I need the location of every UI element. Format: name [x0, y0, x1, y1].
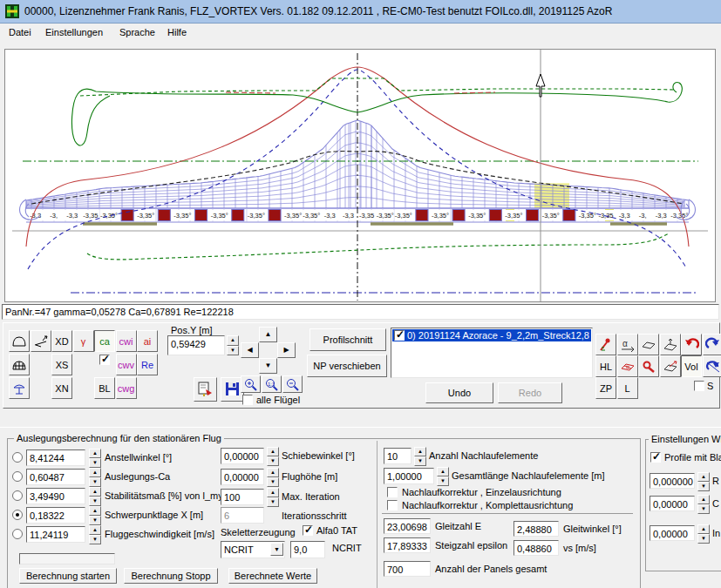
undo-arrow-icon[interactable]: [681, 334, 702, 355]
alpha-arrow-icon[interactable]: α: [617, 334, 638, 355]
widerstand-r-spinner[interactable]: ▲▼: [697, 472, 710, 490]
calculation-progress-bar: [19, 553, 115, 564]
stabilitaetsmass-spinner[interactable]: ▲▼: [89, 487, 101, 504]
button-l[interactable]: L: [617, 377, 638, 399]
wing-top-icon[interactable]: [9, 330, 30, 352]
wing-list-item-checkbox[interactable]: [394, 330, 405, 341]
ncrit-select[interactable]: NCRIT ▼: [221, 541, 285, 558]
max-iteration-input[interactable]: 100: [221, 489, 264, 505]
pos-y-input[interactable]: 0,59429: [167, 335, 225, 355]
radio-stabilitaetsmass[interactable]: [12, 490, 23, 501]
button-ca[interactable]: ca: [94, 330, 115, 352]
ncrit-value-input[interactable]: 9,0: [290, 541, 325, 558]
button-hl[interactable]: HL: [595, 355, 616, 377]
zoom-in-button[interactable]: [241, 375, 261, 393]
alfa0-tat-checkbox[interactable]: [303, 525, 313, 536]
panel-flat-icon[interactable]: [638, 334, 659, 355]
ca-visible-checkbox[interactable]: [99, 355, 110, 365]
button-re[interactable]: Re: [137, 354, 158, 375]
berechnung-starten-button[interactable]: Berechnung starten: [19, 568, 117, 584]
alle-fluegel-checkbox[interactable]: [242, 395, 253, 405]
menu-datei[interactable]: Datei: [9, 27, 31, 37]
button-cwi[interactable]: cwi: [116, 330, 137, 352]
flughoehe-input[interactable]: 0,00000: [221, 469, 264, 485]
button-xd[interactable]: XD: [51, 330, 72, 352]
wing-side-icon[interactable]: [31, 330, 51, 352]
panel-vector-icon[interactable]: [660, 355, 681, 377]
rotate-ccw-icon[interactable]: [703, 355, 721, 377]
radio-anstellwinkel[interactable]: [12, 452, 23, 463]
auslegungs-ca-input[interactable]: 0,60487: [26, 469, 85, 485]
window-title: 00000, Lizenznehmer Frank Ranis, FLZ_VOR…: [24, 5, 612, 17]
wing-list[interactable]: 0) 20191124 Azorace - 9_2,2m_Streck12,8: [391, 328, 593, 378]
widerstand-in-input[interactable]: 0,00000: [650, 525, 695, 541]
schwerpunktlage-input[interactable]: 0,18322: [26, 507, 85, 524]
schiebewinkel-spinner[interactable]: ▲▼: [267, 447, 279, 464]
button-ai[interactable]: ai: [137, 330, 158, 352]
max-iteration-spinner[interactable]: ▲▼: [267, 488, 279, 505]
button-xn[interactable]: XN: [51, 377, 72, 399]
auslegungs-ca-spinner[interactable]: ▲▼: [89, 468, 101, 485]
ncrit-dropdown-arrow-icon[interactable]: ▼: [270, 543, 283, 556]
button-cwg[interactable]: cwg: [116, 377, 137, 399]
button-bl[interactable]: BL: [94, 377, 115, 399]
berechnung-stopp-button[interactable]: Berechnung Stopp: [124, 568, 218, 584]
pos-y-spinner[interactable]: ▲▼: [227, 335, 239, 355]
button-vol[interactable]: Vol: [681, 355, 702, 377]
stabilitaetsmass-input[interactable]: 3,49490: [26, 488, 85, 504]
schiebewinkel-input[interactable]: 0,00000: [221, 448, 264, 464]
redo-button[interactable]: Redo: [498, 382, 562, 403]
radio-fluggeschwindigkeit[interactable]: [12, 529, 23, 539]
gesamtlaenge-nachlauf-input[interactable]: 1,00000: [384, 468, 434, 484]
panel-grid-icon[interactable]: [9, 354, 30, 375]
widerstand-c-spinner[interactable]: ▲▼: [697, 495, 710, 512]
export-report-button[interactable]: [194, 377, 217, 402]
button-xs[interactable]: XS: [51, 354, 72, 375]
nachlaufkorrektur-einzel-checkbox[interactable]: [387, 487, 398, 497]
fluggeschwindigkeit-spinner[interactable]: ▲▼: [89, 525, 101, 543]
nachlaufkorrektur-komplett-checkbox[interactable]: [387, 500, 398, 510]
schwerpunktlage-spinner[interactable]: ▲▼: [89, 506, 101, 524]
button-γ[interactable]: γ: [73, 330, 94, 352]
anstellwinkel-input[interactable]: 8,41244: [26, 449, 85, 466]
brush-icon[interactable]: [595, 334, 616, 355]
spiral-icon[interactable]: [638, 355, 659, 377]
s-checkbox[interactable]: [694, 381, 704, 391]
radio-schwerpunktlage[interactable]: [12, 510, 23, 520]
anzahl-nachlauf-input[interactable]: 10: [384, 448, 412, 464]
toolbar: XDγcacwiaiXScwvReXNBLcwg Pos.Y [m] 0,594…: [3, 322, 720, 409]
menu-sprache[interactable]: Sprache: [119, 27, 155, 37]
umbrella-icon[interactable]: [9, 377, 30, 399]
radio-auslegungs-ca[interactable]: [12, 471, 23, 482]
widerstand-r-input[interactable]: 0,000000: [650, 473, 695, 489]
pan-left-button[interactable]: ◀: [241, 342, 259, 358]
menu-einstellungen[interactable]: Einstellungen: [45, 27, 103, 37]
rotate-cw-icon[interactable]: [703, 334, 721, 355]
fluggeschwindigkeit-input[interactable]: 11,24119: [26, 526, 85, 543]
profilschnitt-button[interactable]: Profilschnitt: [309, 328, 386, 351]
profile-mit-blasen-checkbox[interactable]: [650, 452, 661, 463]
panel-hatch-icon[interactable]: [617, 355, 638, 377]
np-verschieben-button[interactable]: NP verschieben: [307, 355, 387, 377]
flap-deflection-label: -3,35°: [505, 212, 522, 220]
widerstand-c-input[interactable]: 0,00000: [650, 496, 695, 511]
anzahl-nachlauf-spinner[interactable]: ▲▼: [414, 447, 426, 464]
wing-plot-canvas[interactable]: -3,3-3,-3,3-3,35-3,35°-3,35°-3,35°-3,35°…: [4, 49, 716, 302]
zoom-reset-button[interactable]: 1:1: [262, 375, 282, 393]
button-cwv[interactable]: cwv: [116, 354, 137, 375]
button-zp[interactable]: ZP: [595, 377, 616, 399]
pan-right-button[interactable]: ▶: [277, 342, 296, 358]
undo-button[interactable]: Undo: [425, 382, 493, 403]
results-divider: [382, 513, 633, 514]
gesamtlaenge-nachlauf-spinner[interactable]: ▲▼: [437, 467, 449, 484]
flughoehe-spinner[interactable]: ▲▼: [267, 468, 279, 485]
menu-hilfe[interactable]: Hilfe: [167, 27, 187, 37]
panel-lift-icon[interactable]: [660, 334, 681, 355]
pan-up-button[interactable]: ▲: [259, 327, 277, 342]
widerstand-in-spinner[interactable]: ▲▼: [697, 524, 710, 542]
wing-list-item[interactable]: 0) 20191124 Azorace - 9_2,2m_Streck12,8: [392, 329, 591, 341]
pan-down-button[interactable]: ▼: [259, 358, 277, 374]
anstellwinkel-spinner[interactable]: ▲▼: [89, 449, 101, 466]
berechnete-werte-button[interactable]: Berechnete Werte: [228, 568, 317, 584]
zoom-out-button[interactable]: [282, 375, 303, 393]
